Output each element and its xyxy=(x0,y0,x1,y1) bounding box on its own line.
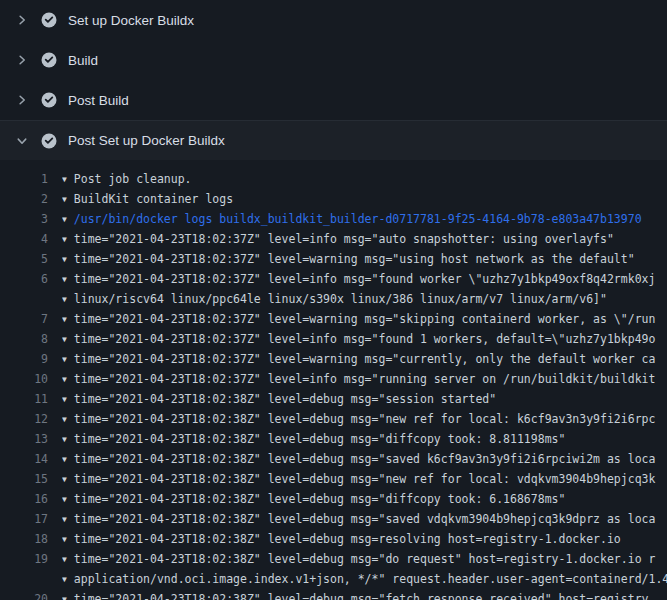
log-line: 11 ▼time="2021-04-23T18:02:38Z" level=de… xyxy=(0,389,667,409)
log-line: 12 ▼time="2021-04-23T18:02:38Z" level=de… xyxy=(0,409,667,429)
log-text: time="2021-04-23T18:02:38Z" level=debug … xyxy=(74,412,656,426)
group-expand-icon[interactable]: ▼ xyxy=(62,290,67,309)
step-header[interactable]: Post Set up Docker Buildx xyxy=(0,120,667,160)
log-text: linux/riscv64 linux/ppc64le linux/s390x … xyxy=(74,292,607,306)
log-line: 18 ▼time="2021-04-23T18:02:38Z" level=de… xyxy=(0,529,667,549)
log-line: 4 ▼time="2021-04-23T18:02:37Z" level=inf… xyxy=(0,229,667,249)
line-number[interactable]: 6 xyxy=(0,269,48,289)
group-expand-icon[interactable]: ▼ xyxy=(62,390,67,409)
log-text-cell: ▼time="2021-04-23T18:02:38Z" level=debug… xyxy=(62,429,667,449)
step-header[interactable]: Build xyxy=(0,40,667,80)
check-circle-icon xyxy=(41,52,57,68)
group-expand-icon[interactable]: ▼ xyxy=(62,430,67,449)
group-expand-icon[interactable]: ▼ xyxy=(62,330,67,349)
group-expand-icon[interactable]: ▼ xyxy=(62,590,67,600)
line-number[interactable] xyxy=(0,289,48,309)
line-number[interactable]: 14 xyxy=(0,449,48,469)
log-text-cell: ▼time="2021-04-23T18:02:38Z" level=debug… xyxy=(62,529,667,549)
step-title: Post Set up Docker Buildx xyxy=(68,133,225,148)
log-text: time="2021-04-23T18:02:38Z" level=debug … xyxy=(74,592,649,600)
chevron-right-icon[interactable] xyxy=(14,12,30,28)
line-number[interactable]: 8 xyxy=(0,329,48,349)
log-text-cell: ▼Post job cleanup. xyxy=(62,169,667,189)
group-expand-icon[interactable]: ▼ xyxy=(62,450,67,469)
log-line: 9 ▼time="2021-04-23T18:02:37Z" level=war… xyxy=(0,349,667,369)
line-number[interactable]: 2 xyxy=(0,189,48,209)
log-text-cell: ▼time="2021-04-23T18:02:37Z" level=warni… xyxy=(62,249,667,269)
line-number[interactable]: 5 xyxy=(0,249,48,269)
chevron-right-icon[interactable] xyxy=(14,92,30,108)
group-expand-icon[interactable]: ▼ xyxy=(62,490,67,509)
log-text: time="2021-04-23T18:02:37Z" level=info m… xyxy=(74,272,656,286)
group-expand-icon[interactable]: ▼ xyxy=(62,370,67,389)
step-header[interactable]: Post Build xyxy=(0,80,667,120)
group-expand-icon[interactable]: ▼ xyxy=(62,210,67,229)
log-text: time="2021-04-23T18:02:38Z" level=debug … xyxy=(74,552,656,566)
group-expand-icon[interactable]: ▼ xyxy=(62,230,67,249)
log-text: time="2021-04-23T18:02:38Z" level=debug … xyxy=(74,512,656,526)
workflow-log-viewer: Set up Docker Buildx Build Post Build Po… xyxy=(0,0,667,600)
step-header[interactable]: Set up Docker Buildx xyxy=(0,0,667,40)
line-number[interactable] xyxy=(0,569,48,589)
line-number[interactable]: 10 xyxy=(0,369,48,389)
line-number[interactable]: 1 xyxy=(0,169,48,189)
log-text-cell: ▼time="2021-04-23T18:02:37Z" level=info … xyxy=(62,369,667,389)
line-number[interactable]: 3 xyxy=(0,209,48,229)
log-line: 1 ▼Post job cleanup. xyxy=(0,169,667,189)
log-text-cell: ▼time="2021-04-23T18:02:37Z" level=info … xyxy=(62,329,667,349)
group-expand-icon[interactable]: ▼ xyxy=(62,350,67,369)
line-number[interactable]: 18 xyxy=(0,529,48,549)
line-number[interactable]: 17 xyxy=(0,509,48,529)
check-circle-icon xyxy=(41,92,57,108)
log-text-cell: ▼time="2021-04-23T18:02:38Z" level=debug… xyxy=(62,449,667,469)
group-expand-icon[interactable]: ▼ xyxy=(62,530,67,549)
line-number[interactable]: 13 xyxy=(0,429,48,449)
group-expand-icon[interactable]: ▼ xyxy=(62,570,67,589)
log-text-cell: ▼application/vnd.oci.image.index.v1+json… xyxy=(62,569,667,589)
line-number[interactable]: 19 xyxy=(0,549,48,569)
log-text-cell: ▼/usr/bin/docker logs buildx_buildkit_bu… xyxy=(62,209,667,229)
group-expand-icon[interactable]: ▼ xyxy=(62,310,67,329)
log-line: 14 ▼time="2021-04-23T18:02:38Z" level=de… xyxy=(0,449,667,469)
log-line: 8 ▼time="2021-04-23T18:02:37Z" level=inf… xyxy=(0,329,667,349)
step-log: 1 ▼Post job cleanup. 2 ▼BuildKit contain… xyxy=(0,160,667,600)
line-number[interactable]: 15 xyxy=(0,469,48,489)
group-expand-icon[interactable]: ▼ xyxy=(62,470,67,489)
group-expand-icon[interactable]: ▼ xyxy=(62,170,67,189)
log-text: time="2021-04-23T18:02:37Z" level=warnin… xyxy=(74,312,656,326)
log-text: Post job cleanup. xyxy=(74,172,192,186)
group-expand-icon[interactable]: ▼ xyxy=(62,190,67,209)
log-text-cell: ▼time="2021-04-23T18:02:37Z" level=warni… xyxy=(62,309,667,329)
group-expand-icon[interactable]: ▼ xyxy=(62,270,67,289)
log-line: 13 ▼time="2021-04-23T18:02:38Z" level=de… xyxy=(0,429,667,449)
group-expand-icon[interactable]: ▼ xyxy=(62,410,67,429)
log-text: /usr/bin/docker logs buildx_buildkit_bui… xyxy=(74,212,642,226)
check-circle-icon xyxy=(41,133,57,149)
log-text-cell: ▼time="2021-04-23T18:02:38Z" level=debug… xyxy=(62,389,667,409)
log-line: 10 ▼time="2021-04-23T18:02:37Z" level=in… xyxy=(0,369,667,389)
log-text-cell: ▼time="2021-04-23T18:02:37Z" level=info … xyxy=(62,269,667,289)
line-number[interactable]: 16 xyxy=(0,489,48,509)
line-number[interactable]: 20 xyxy=(0,589,48,600)
log-line: 19 ▼time="2021-04-23T18:02:38Z" level=de… xyxy=(0,549,667,569)
line-number[interactable]: 11 xyxy=(0,389,48,409)
chevron-right-icon[interactable] xyxy=(14,52,30,68)
log-text: application/vnd.oci.image.index.v1+json,… xyxy=(74,572,667,586)
group-expand-icon[interactable]: ▼ xyxy=(62,250,67,269)
group-expand-icon[interactable]: ▼ xyxy=(62,510,67,529)
log-text-cell: ▼time="2021-04-23T18:02:38Z" level=debug… xyxy=(62,489,667,509)
log-text: time="2021-04-23T18:02:37Z" level=warnin… xyxy=(74,252,635,266)
log-text: time="2021-04-23T18:02:38Z" level=debug … xyxy=(74,432,566,446)
line-number[interactable]: 9 xyxy=(0,349,48,369)
group-expand-icon[interactable]: ▼ xyxy=(62,550,67,569)
line-number[interactable]: 7 xyxy=(0,309,48,329)
log-lines: 1 ▼Post job cleanup. 2 ▼BuildKit contain… xyxy=(0,169,667,600)
step-list: Set up Docker Buildx Build Post Build Po… xyxy=(0,0,667,160)
log-line: 7 ▼time="2021-04-23T18:02:37Z" level=war… xyxy=(0,309,667,329)
line-number[interactable]: 4 xyxy=(0,229,48,249)
log-line: 3 ▼/usr/bin/docker logs buildx_buildkit_… xyxy=(0,209,667,229)
chevron-down-icon[interactable] xyxy=(14,133,30,149)
log-text: time="2021-04-23T18:02:38Z" level=debug … xyxy=(74,532,621,546)
log-line: 15 ▼time="2021-04-23T18:02:38Z" level=de… xyxy=(0,469,667,489)
line-number[interactable]: 12 xyxy=(0,409,48,429)
